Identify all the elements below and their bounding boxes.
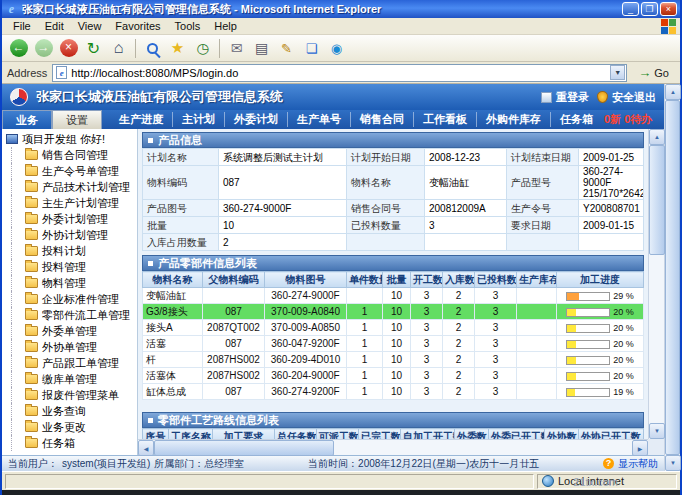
home-icon[interactable]: ⌂ bbox=[107, 37, 130, 60]
column-header: 自加工开工数 bbox=[401, 429, 455, 440]
cell-instock: 2 bbox=[443, 384, 475, 400]
menu-item[interactable]: Edit bbox=[38, 19, 71, 33]
scroll-right-button[interactable]: ▶ bbox=[632, 440, 648, 456]
tree-item[interactable]: 投料管理 bbox=[11, 259, 137, 275]
tree-item[interactable]: 零部件流工单管理 bbox=[11, 307, 137, 323]
parts-row[interactable]: 活塞 087 360-047-9200F 1 10 3 2 3 bbox=[143, 336, 644, 352]
address-url[interactable]: http://localhost:8080/MPS/login.do bbox=[71, 67, 606, 79]
time-label: 当前时间： bbox=[308, 458, 358, 469]
column-header: 单件数量 bbox=[347, 272, 383, 288]
tree-item[interactable]: 外委计划管理 bbox=[11, 211, 137, 227]
go-button[interactable]: → Go bbox=[632, 63, 675, 83]
folder-icon bbox=[25, 422, 38, 432]
address-input[interactable]: e http://localhost:8080/MPS/login.do ▼ bbox=[52, 64, 627, 82]
logout-button[interactable]: 安全退出 bbox=[597, 90, 656, 105]
menu-item[interactable]: View bbox=[71, 19, 109, 33]
history-icon[interactable]: ◷ bbox=[191, 37, 214, 60]
progress-fill bbox=[567, 325, 575, 332]
nav-strip: 生产进度主计划外委计划生产单号销售合同工作看板外购件库存任务箱 0新 0待办 bbox=[102, 110, 664, 129]
maximize-button[interactable]: ❐ bbox=[641, 2, 658, 16]
menu-item[interactable]: Tools bbox=[168, 19, 208, 33]
browser-scroll-thumb[interactable] bbox=[665, 100, 680, 455]
tree-item[interactable]: 缴库单管理 bbox=[11, 371, 137, 387]
parts-row[interactable]: G3/8接头 087 370-009-A0840 1 10 3 2 3 bbox=[143, 304, 644, 320]
address-dropdown-button[interactable]: ▼ bbox=[610, 65, 625, 80]
browser-vertical-scrollbar[interactable]: ▲ ▼ bbox=[664, 84, 680, 471]
messenger-icon[interactable]: ◉ bbox=[325, 37, 348, 60]
menu-item[interactable]: File bbox=[6, 19, 38, 33]
forward-icon[interactable]: → bbox=[32, 37, 55, 60]
nav-item[interactable]: 外购件库存 bbox=[477, 112, 551, 127]
cell-fed: 3 bbox=[475, 288, 517, 304]
relogin-button[interactable]: 重登录 bbox=[541, 90, 589, 105]
scroll-down-button[interactable]: ▼ bbox=[649, 423, 665, 439]
stop-icon[interactable]: × bbox=[57, 37, 80, 60]
nav-item[interactable]: 外委计划 bbox=[225, 112, 288, 127]
tree-item[interactable]: 业务更改 bbox=[11, 419, 137, 435]
main-vertical-scrollbar[interactable]: ▲ ▼ bbox=[648, 129, 664, 439]
tree-item[interactable]: 销售合同管理 bbox=[11, 147, 137, 163]
progress-bar bbox=[566, 340, 610, 349]
vertical-scroll-thumb[interactable] bbox=[649, 145, 665, 255]
cell-unit-qty: 1 bbox=[347, 336, 383, 352]
tree-item[interactable]: 报废件管理菜单 bbox=[11, 387, 137, 403]
back-icon[interactable]: ← bbox=[7, 37, 30, 60]
field-value: 2009-01-25 bbox=[579, 149, 644, 166]
mail-icon[interactable]: ✉ bbox=[225, 37, 248, 60]
minimize-button[interactable]: _ bbox=[622, 2, 639, 16]
parts-row[interactable]: 接头A 2087QT002 370-009-A0850 1 10 3 2 3 bbox=[143, 320, 644, 336]
cell-drawing-no: 360-204-9000F bbox=[265, 368, 347, 384]
favorites-icon[interactable]: ★ bbox=[166, 37, 189, 60]
scroll-track[interactable] bbox=[649, 255, 664, 423]
tree-item[interactable]: 外协单管理 bbox=[11, 339, 137, 355]
refresh-icon[interactable]: ↻ bbox=[82, 37, 105, 60]
tree-item[interactable]: 产品技术计划管理 bbox=[11, 179, 137, 195]
parts-row[interactable]: 缸体总成 087 360-274-9200F 1 10 3 2 3 bbox=[143, 384, 644, 400]
tree-item[interactable]: 任务箱 bbox=[11, 435, 137, 451]
tree-item[interactable]: 外委单管理 bbox=[11, 323, 137, 339]
scroll-down-button[interactable]: ▼ bbox=[665, 455, 681, 471]
tab-settings[interactable]: 设置 bbox=[52, 110, 102, 129]
print-icon[interactable]: ▤ bbox=[250, 37, 273, 60]
main-horizontal-scrollbar[interactable]: ◀ ▶ bbox=[138, 439, 648, 455]
scroll-up-button[interactable]: ▲ bbox=[665, 84, 681, 100]
folder-icon bbox=[25, 294, 38, 304]
nav-item[interactable]: 任务箱 bbox=[551, 112, 602, 127]
parts-row[interactable]: 杆 2087HS002 360-209-4D010 1 10 3 2 3 bbox=[143, 352, 644, 368]
nav-item[interactable]: 主计划 bbox=[173, 112, 225, 127]
column-header: 外协已开工数 bbox=[579, 429, 644, 440]
tree-item[interactable]: 产品跟工单管理 bbox=[11, 355, 137, 371]
show-help-link[interactable]: 显示帮助 bbox=[618, 457, 658, 471]
progress-label: 20 % bbox=[613, 339, 634, 349]
tree-item[interactable]: 投料计划 bbox=[11, 243, 137, 259]
cell-material-name: 杆 bbox=[143, 352, 203, 368]
search-icon[interactable] bbox=[141, 37, 164, 60]
scroll-left-button[interactable]: ◀ bbox=[138, 440, 154, 456]
tab-business[interactable]: 业务 bbox=[2, 110, 52, 129]
parts-row[interactable]: 活塞体 2087HS002 360-204-9000F 1 10 3 2 3 bbox=[143, 368, 644, 384]
nav-item[interactable]: 生产单号 bbox=[288, 112, 351, 127]
menu-item[interactable]: Help bbox=[207, 19, 244, 33]
cell-progress: 20 % bbox=[557, 336, 644, 352]
scroll-up-button[interactable]: ▲ bbox=[649, 129, 665, 145]
nav-item[interactable]: 工作看板 bbox=[414, 112, 477, 127]
parts-row[interactable]: 变幅油缸 360-274-9000F 10 3 2 3 bbox=[143, 288, 644, 304]
column-header: 物料名称 bbox=[143, 272, 203, 288]
tree-root[interactable]: 项目开发组 你好! bbox=[6, 131, 137, 147]
tree-item[interactable]: 外协计划管理 bbox=[11, 227, 137, 243]
nav-item[interactable]: 生产进度 bbox=[110, 112, 173, 127]
section-title: 零部件工艺路线信息列表 bbox=[158, 413, 279, 428]
scroll-track[interactable] bbox=[334, 440, 632, 455]
tree-item[interactable]: 业务查询 bbox=[11, 403, 137, 419]
tree-item[interactable]: 生产令号单管理 bbox=[11, 163, 137, 179]
nav-item[interactable]: 销售合同 bbox=[351, 112, 414, 127]
tree-item[interactable]: 企业标准件管理 bbox=[11, 291, 137, 307]
horizontal-scroll-thumb[interactable] bbox=[154, 440, 334, 456]
tree-item[interactable]: 物料管理 bbox=[11, 275, 137, 291]
close-button[interactable]: × bbox=[660, 2, 677, 16]
discuss-icon[interactable]: ❏ bbox=[300, 37, 323, 60]
cell-instock: 2 bbox=[443, 304, 475, 320]
tree-item[interactable]: 主生产计划管理 bbox=[11, 195, 137, 211]
edit-icon[interactable]: ✎ bbox=[275, 37, 298, 60]
menu-item[interactable]: Favorites bbox=[108, 19, 167, 33]
